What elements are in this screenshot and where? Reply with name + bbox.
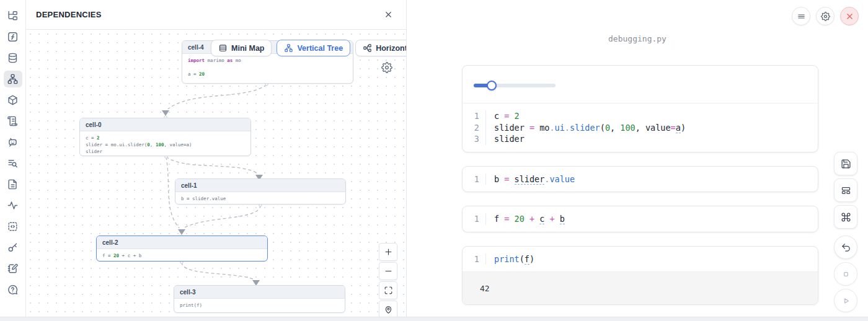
undo-icon (841, 242, 851, 253)
app-controls (792, 7, 859, 25)
stop-button[interactable] (834, 262, 857, 286)
view-button-mini-map[interactable]: Mini Map (211, 40, 272, 56)
sidebar-item-dependency-graph[interactable] (4, 71, 22, 87)
command-button[interactable] (834, 205, 857, 229)
cell-code-editor[interactable]: 1print(f) (463, 247, 818, 272)
notebook-cells: 1c = 22slider = mo.ui.slider(0, 100, val… (462, 65, 818, 321)
code-square-icon (7, 221, 19, 232)
graph-node-cell-0[interactable]: cell-0 c = 2slider = mo.ui.slider(0, 100… (79, 118, 251, 156)
notebook-filename[interactable]: debugging.py (407, 34, 868, 43)
sidebar-item-notebook-pen[interactable] (4, 260, 22, 277)
pin-button[interactable] (379, 301, 397, 317)
zoom-out-icon (384, 266, 393, 276)
view-button-label: Mini Map (231, 44, 264, 53)
file-text-icon (7, 178, 19, 190)
dependency-graph-icon (7, 73, 19, 85)
gear-icon (821, 12, 830, 21)
undo-button[interactable] (834, 235, 857, 259)
sidebar-item-database[interactable] (4, 50, 22, 66)
pin-icon (384, 305, 393, 314)
sidebar-item-bot-message[interactable] (4, 134, 22, 151)
scroll-text-icon (7, 115, 19, 127)
gear-app-button[interactable] (816, 7, 835, 25)
key-icon (7, 242, 19, 253)
close-icon (845, 12, 854, 21)
close-icon (384, 10, 393, 19)
fit-view-button[interactable] (379, 281, 397, 299)
view-button-vertical-tree[interactable]: Vertical Tree (277, 40, 350, 56)
bot-message-icon (7, 136, 19, 148)
horizontal-tree-icon (363, 43, 372, 53)
close-app-button[interactable] (840, 7, 859, 25)
cell-code-editor[interactable]: 1b = slider.value (463, 167, 818, 192)
cell-code-editor[interactable]: 1f = 20 + c + b (463, 206, 818, 232)
zoom-in-button[interactable] (379, 243, 397, 261)
package-icon (7, 94, 19, 106)
sidebar-item-activity[interactable] (4, 197, 22, 214)
line-number: 3 (466, 133, 486, 145)
graph-view-toggle: Mini MapVertical TreeHorizontal Tree (211, 40, 406, 56)
function-square-icon (7, 31, 19, 43)
list-search-icon (7, 157, 19, 169)
notebook-cell-b-cell: 1b = slider.value (462, 166, 818, 193)
graph-zoom-controls (379, 243, 397, 317)
graph-node-cell-3[interactable]: cell-3 print(f) (174, 285, 345, 313)
panel-title: DEPENDENCIES (36, 10, 102, 19)
node-code: c = 2slider = mo.ui.slider(0, 100, value… (80, 131, 250, 156)
dependency-graph-canvas[interactable]: Mini MapVertical TreeHorizontal Tree cel… (26, 30, 406, 317)
view-button-label: Horizontal Tree (376, 44, 406, 53)
node-title: cell-1 (175, 179, 345, 192)
database-icon (7, 52, 19, 64)
sidebar-item-list-search[interactable] (4, 155, 22, 172)
menu-app-button[interactable] (792, 7, 810, 25)
zoom-out-button[interactable] (379, 262, 397, 280)
node-code: f = 20 + c + b (97, 249, 267, 262)
node-title: cell-3 (174, 286, 345, 299)
node-title: cell-0 (80, 118, 250, 131)
play-button[interactable] (834, 289, 857, 312)
sidebar-item-key[interactable] (4, 239, 22, 256)
help-bubble-icon (7, 284, 19, 296)
panel-layout-button[interactable] (834, 178, 857, 202)
node-code: b = slider.value (175, 192, 345, 204)
vertical-tree-icon (284, 43, 293, 53)
graph-node-cell-2[interactable]: cell-2 f = 20 + c + b (96, 235, 268, 262)
line-number: 1 (466, 110, 486, 122)
cell-output: 42 (463, 272, 818, 304)
left-icon-rail (0, 0, 26, 321)
file-tree-icon (7, 10, 19, 22)
slider-widget[interactable] (474, 81, 556, 90)
play-icon (841, 296, 851, 306)
notebook-cell-print-cell: 1print(f) 42 (462, 246, 818, 306)
view-button-horizontal-tree[interactable]: Horizontal Tree (355, 40, 406, 56)
sidebar-item-scroll-text[interactable] (4, 113, 22, 130)
line-number: 1 (466, 174, 486, 185)
cell-output-area (463, 66, 818, 103)
graph-settings-button[interactable] (381, 62, 392, 73)
mini-map-icon (218, 43, 228, 53)
menu-icon (797, 12, 806, 21)
slider-thumb[interactable] (487, 81, 497, 90)
sidebar-item-file-tree[interactable] (4, 7, 22, 24)
notebook-side-toolbar (834, 152, 857, 312)
save-button[interactable] (834, 152, 857, 175)
graph-node-cell-1[interactable]: cell-1 b = slider.value (175, 178, 346, 204)
app-footer-bar (0, 317, 868, 321)
panel-layout-icon (841, 185, 851, 196)
sidebar-item-function-square[interactable] (4, 29, 22, 45)
zoom-in-icon (384, 247, 393, 257)
line-number: 2 (466, 122, 486, 134)
activity-icon (7, 200, 19, 211)
notebook-pen-icon (7, 263, 19, 275)
close-panel-button[interactable] (381, 8, 395, 22)
sidebar-item-package[interactable] (4, 92, 22, 108)
sidebar-item-help-bubble[interactable] (4, 281, 22, 298)
sidebar-item-file-text[interactable] (4, 176, 22, 193)
notebook-cell-slider-cell: 1c = 22slider = mo.ui.slider(0, 100, val… (462, 65, 818, 152)
dependencies-panel: DEPENDENCIES Mini MapVertical TreeHorizo… (26, 0, 407, 317)
command-icon (841, 212, 851, 222)
save-icon (841, 159, 851, 169)
cell-code-editor[interactable]: 1c = 22slider = mo.ui.slider(0, 100, val… (463, 103, 818, 152)
sidebar-item-code-square[interactable] (4, 218, 22, 235)
fit-view-icon (384, 286, 393, 295)
